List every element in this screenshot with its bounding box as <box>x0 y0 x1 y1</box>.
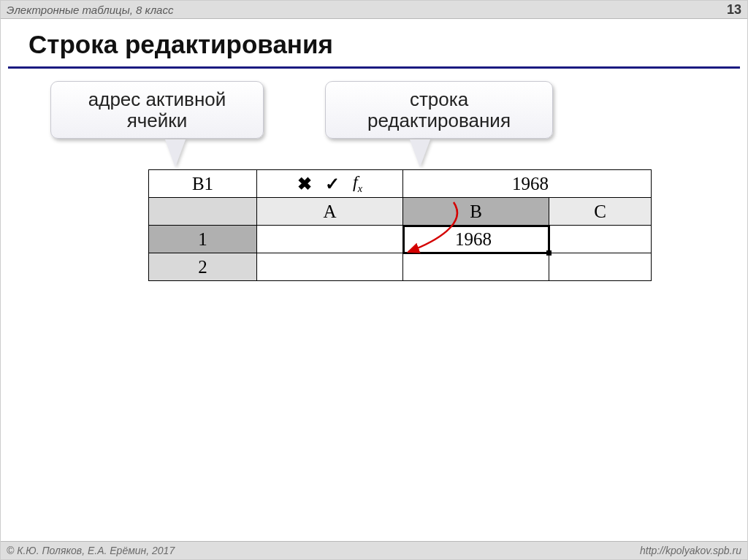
col-header-c[interactable]: C <box>549 198 652 226</box>
callout-formula-bar-tail <box>410 139 430 167</box>
cell-b2[interactable] <box>403 253 549 281</box>
slide-header: Электронные таблицы, 8 класс 13 <box>1 1 747 19</box>
cell-b1[interactable]: 1968 <box>403 226 549 253</box>
fx-icon[interactable]: fx <box>353 172 362 195</box>
cell-a2[interactable] <box>257 253 403 281</box>
title-underline <box>8 66 740 69</box>
fill-handle[interactable] <box>546 250 552 256</box>
spreadsheet-mock: B1 ✖ ✓ fx 1968 A B C 1 19 <box>148 169 652 281</box>
corner-cell[interactable] <box>149 198 257 226</box>
callout-formula-bar: строка редактирования <box>325 81 553 139</box>
cell-c2[interactable] <box>549 253 652 281</box>
row-header-2[interactable]: 2 <box>149 253 257 281</box>
slide-footer: © К.Ю. Поляков, Е.А. Ерёмин, 2017 http:/… <box>1 541 747 559</box>
page-number: 13 <box>727 2 741 18</box>
name-box[interactable]: B1 <box>149 170 257 198</box>
callout-address: адрес активной ячейки <box>50 81 264 139</box>
copyright: © К.Ю. Поляков, Е.А. Ерёмин, 2017 <box>7 545 175 556</box>
footer-url: http://kpolyakov.spb.ru <box>640 545 741 556</box>
row-header-1[interactable]: 1 <box>149 226 257 253</box>
slide-title: Строка редактирования <box>28 30 333 59</box>
callout-address-tail <box>165 139 186 167</box>
col-header-b[interactable]: B <box>403 198 549 226</box>
cancel-icon[interactable]: ✖ <box>297 174 312 194</box>
topic-label: Электронные таблицы, 8 класс <box>7 4 173 16</box>
cell-a1[interactable] <box>257 226 403 253</box>
formula-bar-buttons: ✖ ✓ fx <box>257 170 403 198</box>
cell-c1[interactable] <box>549 226 652 253</box>
confirm-icon[interactable]: ✓ <box>325 174 340 194</box>
col-header-a[interactable]: A <box>257 198 403 226</box>
cell-b1-value: 1968 <box>455 229 492 249</box>
formula-input[interactable]: 1968 <box>403 170 652 198</box>
